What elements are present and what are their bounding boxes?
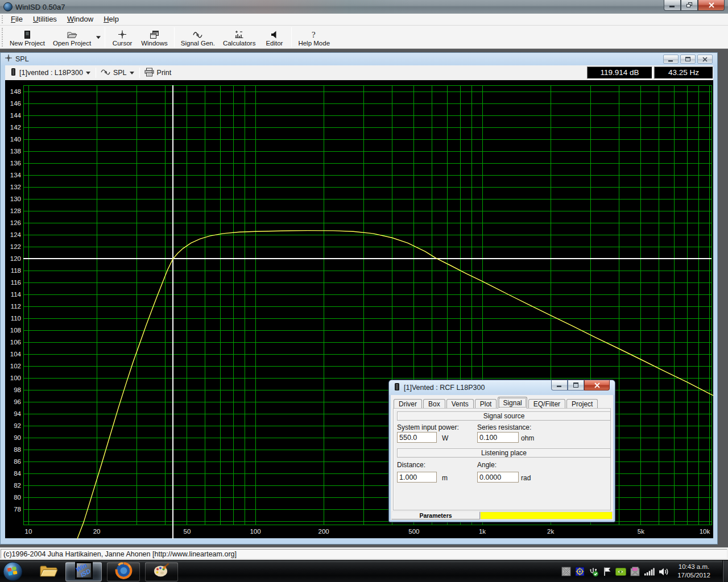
spl-restore-button[interactable] xyxy=(680,55,696,64)
wireless-status-icon[interactable] xyxy=(575,567,585,576)
editor-icon xyxy=(270,29,278,39)
unit-label: ohm xyxy=(521,434,534,442)
nvidia-settings-icon[interactable] xyxy=(615,567,626,576)
tab-driver[interactable]: Driver xyxy=(394,399,422,409)
signal-strength-icon[interactable] xyxy=(644,567,655,576)
dialog-controls xyxy=(551,380,610,390)
svg-text:100: 100 xyxy=(250,528,260,535)
driver-selector-label: [1]vented : L18P300 xyxy=(19,69,83,77)
svg-text:132: 132 xyxy=(10,184,21,190)
svg-text:138: 138 xyxy=(10,148,21,155)
unit-label: rad xyxy=(521,474,531,482)
svg-text:60: 60 xyxy=(632,567,637,572)
taskbar-app-explorer[interactable] xyxy=(36,562,60,581)
svg-text:1k: 1k xyxy=(479,528,486,535)
gpu-temp-60-icon[interactable]: 60 xyxy=(630,567,640,576)
status-bar: (c)1996-2004 Juha Hartikainen, Janne Aho… xyxy=(0,547,728,560)
dialog-footer: Parameters xyxy=(391,512,613,519)
start-button[interactable] xyxy=(3,562,23,581)
taskbar-app-winisd[interactable]: WinISD xyxy=(65,562,102,581)
spl-window-controls xyxy=(663,55,713,64)
svg-text:96: 96 xyxy=(14,398,21,405)
svg-text:112: 112 xyxy=(11,303,21,310)
cursor-button[interactable]: Cursor xyxy=(107,26,137,48)
angle-input[interactable] xyxy=(477,472,519,483)
taskbar: WinISD 60 10:43 a.m. 17/05/2012 xyxy=(0,560,728,582)
desktop: WinISD 0.50a7 FileUtilitiesWindowHelp Ne… xyxy=(0,0,728,582)
network-disabled-icon[interactable] xyxy=(561,567,571,576)
distance-input[interactable] xyxy=(397,472,437,483)
menu-file[interactable]: File xyxy=(6,14,28,25)
series-resistance-input[interactable] xyxy=(477,432,519,443)
taskbar-app-firefox[interactable] xyxy=(107,562,140,581)
svg-text:108: 108 xyxy=(10,327,21,334)
plot-type-label: SPL xyxy=(113,69,127,77)
taskbar-app-paint[interactable] xyxy=(145,562,178,581)
toolbar-grip[interactable] xyxy=(2,28,5,47)
tab-project[interactable]: Project xyxy=(566,399,598,409)
tab-plot[interactable]: Plot xyxy=(475,399,497,409)
tab-vents[interactable]: Vents xyxy=(446,399,474,409)
spl-minimize-button[interactable] xyxy=(663,55,679,64)
svg-text:140: 140 xyxy=(10,136,21,143)
svg-text:142: 142 xyxy=(10,124,21,131)
menu-utilities[interactable]: Utilities xyxy=(28,14,62,25)
tab-box[interactable]: Box xyxy=(423,399,445,409)
plot-type-dropdown[interactable]: SPL xyxy=(97,66,138,79)
calculators-icon xyxy=(234,29,244,39)
usb-safely-remove-icon[interactable] xyxy=(589,567,599,577)
editor-button[interactable]: Editor xyxy=(259,26,289,48)
toolbar-button-label: New Project xyxy=(10,40,45,47)
status-text: (c)1996-2004 Juha Hartikainen, Janne Aho… xyxy=(1,549,727,559)
tab-eq-filter[interactable]: EQ/Filter xyxy=(528,399,565,409)
open-project-button[interactable]: Open Project xyxy=(49,26,95,48)
dialog-close-button[interactable] xyxy=(584,380,610,390)
action-center-flag-icon[interactable] xyxy=(603,567,611,576)
svg-text:128: 128 xyxy=(10,207,21,214)
menu-window[interactable]: Window xyxy=(62,14,98,25)
paint-icon xyxy=(153,563,170,581)
toolbar-separator xyxy=(105,27,105,47)
explorer-icon xyxy=(39,563,58,581)
svg-text:104: 104 xyxy=(10,351,22,357)
printer-icon xyxy=(144,68,154,78)
field-label: Series resistance: xyxy=(477,423,531,431)
spl-window-titlebar[interactable]: SPL xyxy=(1,53,717,65)
menu-help[interactable]: Help xyxy=(98,14,124,25)
svg-text:114: 114 xyxy=(11,291,22,298)
field-label: Angle: xyxy=(477,461,497,469)
separator xyxy=(96,68,96,78)
minimize-button[interactable] xyxy=(664,0,681,11)
windows-button[interactable]: Windows xyxy=(137,26,172,48)
new-project-button[interactable]: New Project xyxy=(6,26,49,48)
help-mode-button[interactable]: ?Help Mode xyxy=(294,26,334,48)
dialog-maximize-button[interactable] xyxy=(568,380,584,390)
tab-signal[interactable]: Signal xyxy=(498,397,527,409)
parameters-button[interactable]: Parameters xyxy=(391,512,480,519)
system-input-power-input[interactable] xyxy=(397,432,437,443)
svg-text:100: 100 xyxy=(10,375,21,381)
dialog-minimize-button[interactable] xyxy=(551,380,568,390)
volume-icon[interactable] xyxy=(659,567,669,576)
svg-text:118: 118 xyxy=(11,267,21,274)
open-project-dropdown[interactable] xyxy=(95,26,102,48)
print-button[interactable]: Print xyxy=(141,66,175,79)
close-button[interactable] xyxy=(698,0,725,11)
toolbar-button-label: Calculators xyxy=(223,40,256,47)
calculators-button[interactable]: Calculators xyxy=(219,26,260,48)
svg-text:88: 88 xyxy=(14,446,21,453)
open-project-icon xyxy=(67,29,77,39)
group-header-listening-place: Listening place xyxy=(397,448,611,458)
svg-text:126: 126 xyxy=(10,219,21,226)
spl-window-icon xyxy=(5,54,13,64)
show-desktop-button[interactable] xyxy=(722,560,728,582)
svg-text:102: 102 xyxy=(10,363,21,369)
spl-close-button[interactable] xyxy=(697,55,713,64)
clock-time: 10:43 a.m. xyxy=(672,563,715,571)
menu-grip[interactable] xyxy=(2,15,5,23)
signal-gen-button[interactable]: Signal Gen. xyxy=(177,26,219,48)
taskbar-clock[interactable]: 10:43 a.m. 17/05/2012 xyxy=(672,563,715,580)
driver-selector-dropdown[interactable]: [1]vented : L18P300 xyxy=(7,66,94,79)
restore-button[interactable] xyxy=(681,0,698,11)
toolbar-button-label: Signal Gen. xyxy=(181,40,215,47)
